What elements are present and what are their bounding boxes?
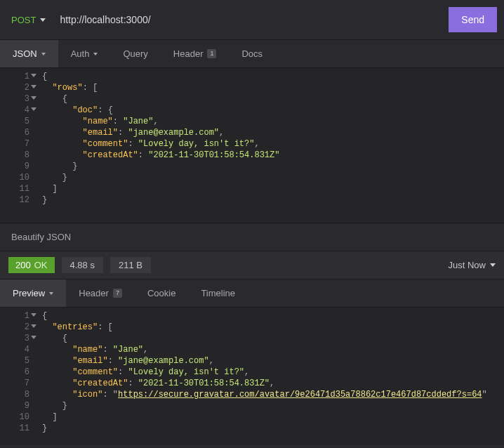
fold-toggle-icon[interactable] bbox=[31, 324, 37, 328]
response-time: 4.88 s bbox=[62, 257, 103, 273]
tab-cookie-label: Cookie bbox=[147, 288, 175, 298]
tab-body[interactable]: JSON bbox=[0, 40, 58, 67]
code-line: 1{ bbox=[0, 71, 504, 82]
code-line: 6 "email": "jane@example.com", bbox=[0, 127, 504, 138]
code-content: { bbox=[37, 93, 67, 105]
code-content: } bbox=[37, 161, 77, 172]
fold-toggle-icon[interactable] bbox=[31, 336, 37, 339]
tab-body-label: JSON bbox=[13, 48, 37, 59]
tab-docs[interactable]: Docs bbox=[229, 40, 275, 67]
line-number: 2 bbox=[0, 82, 37, 93]
fold-toggle-icon[interactable] bbox=[31, 74, 37, 77]
line-number: 3 bbox=[0, 333, 37, 344]
code-line: 3 { bbox=[0, 93, 504, 105]
code-line: 5 "name": "Jane", bbox=[0, 116, 504, 127]
code-content: "rows": [ bbox=[37, 82, 98, 93]
method-select[interactable]: POST bbox=[7, 12, 50, 28]
response-header-count-badge: 7 bbox=[113, 289, 122, 298]
status-code: 200 bbox=[15, 260, 31, 270]
line-number: 5 bbox=[0, 355, 37, 367]
code-content: "comment": "Lovely day, isn't it?", bbox=[37, 367, 249, 378]
history-label: Just Now bbox=[449, 260, 486, 270]
status-text: OK bbox=[34, 260, 48, 270]
tab-docs-label: Docs bbox=[241, 48, 263, 59]
method-label: POST bbox=[11, 15, 36, 25]
line-number: 4 bbox=[0, 105, 37, 116]
send-button[interactable]: Send bbox=[449, 7, 497, 32]
response-size: 211 B bbox=[110, 257, 151, 273]
tab-timeline-label: Timeline bbox=[201, 288, 235, 298]
code-content: } bbox=[37, 423, 47, 434]
code-line: 11 ] bbox=[0, 183, 504, 195]
line-number: 7 bbox=[0, 138, 37, 150]
line-number: 9 bbox=[0, 400, 37, 411]
code-line: 4 "doc": { bbox=[0, 105, 504, 116]
code-line: 3 { bbox=[0, 333, 504, 344]
status-code-pill: 200 OK bbox=[8, 257, 55, 273]
tab-header[interactable]: Header 1 bbox=[161, 40, 230, 67]
code-line: 11} bbox=[0, 423, 504, 434]
code-line: 6 "comment": "Lovely day, isn't it?", bbox=[0, 367, 504, 378]
header-count-badge: 1 bbox=[207, 49, 216, 58]
caret-down-icon bbox=[490, 263, 496, 267]
line-number: 5 bbox=[0, 116, 37, 127]
response-body-viewer[interactable]: 1{2 "entries": [3 {4 "name": "Jane",5 "e… bbox=[0, 308, 504, 444]
code-content: ] bbox=[37, 411, 58, 423]
code-content: ] bbox=[37, 183, 58, 195]
tab-query[interactable]: Query bbox=[110, 40, 160, 67]
code-line: 8 "icon": "https://secure.gravatar.com/a… bbox=[0, 389, 504, 400]
request-body-editor[interactable]: 1{2 "rows": [3 {4 "doc": {5 "name": "Jan… bbox=[0, 68, 504, 223]
tab-response-header[interactable]: Header 7 bbox=[66, 279, 135, 307]
caret-down-icon bbox=[41, 53, 46, 55]
line-number: 11 bbox=[0, 423, 37, 434]
code-line: 5 "email": "jane@example.com", bbox=[0, 355, 504, 367]
line-number: 1 bbox=[0, 310, 37, 322]
code-line: 2 "rows": [ bbox=[0, 82, 504, 93]
history-dropdown[interactable]: Just Now bbox=[449, 260, 496, 270]
tab-query-label: Query bbox=[123, 48, 147, 59]
code-content: "createdAt": "2021-11-30T01:58:54.831Z" bbox=[37, 150, 279, 161]
url-input[interactable] bbox=[57, 10, 442, 29]
code-line: 10 ] bbox=[0, 411, 504, 423]
code-line: 8 "createdAt": "2021-11-30T01:58:54.831Z… bbox=[0, 150, 504, 161]
line-number: 4 bbox=[0, 344, 37, 355]
url-bar: POST Send bbox=[0, 0, 504, 40]
code-line: 1{ bbox=[0, 310, 504, 322]
code-content: } bbox=[37, 172, 67, 183]
code-line: 9 } bbox=[0, 400, 504, 411]
line-number: 9 bbox=[0, 161, 37, 172]
line-number: 6 bbox=[0, 367, 37, 378]
code-line: 10 } bbox=[0, 172, 504, 183]
caret-down-icon bbox=[40, 18, 46, 22]
code-content: "entries": [ bbox=[37, 322, 113, 333]
code-content: "icon": "https://secure.gravatar.com/ava… bbox=[37, 389, 487, 400]
fold-toggle-icon[interactable] bbox=[31, 96, 37, 100]
code-line: 7 "createdAt": "2021-11-30T01:58:54.831Z… bbox=[0, 378, 504, 389]
code-line: 4 "name": "Jane", bbox=[0, 344, 504, 355]
tab-auth-label: Auth bbox=[71, 48, 90, 59]
tab-cookie[interactable]: Cookie bbox=[135, 279, 188, 307]
fold-toggle-icon[interactable] bbox=[31, 107, 37, 111]
code-content: "email": "jane@example.com", bbox=[37, 127, 224, 138]
tab-auth[interactable]: Auth bbox=[58, 40, 111, 67]
code-content: { bbox=[37, 310, 47, 322]
line-number: 12 bbox=[0, 195, 37, 206]
code-content: "email": "jane@example.com", bbox=[37, 355, 214, 367]
tab-preview[interactable]: Preview bbox=[0, 279, 66, 307]
beautify-json-button[interactable]: Beautify JSON bbox=[0, 223, 504, 251]
caret-down-icon bbox=[49, 292, 53, 295]
line-number: 3 bbox=[0, 93, 37, 105]
code-line: 9 } bbox=[0, 161, 504, 172]
caret-down-icon bbox=[93, 53, 98, 55]
code-content: } bbox=[37, 195, 47, 206]
code-line: 2 "entries": [ bbox=[0, 322, 504, 333]
tab-timeline[interactable]: Timeline bbox=[188, 279, 248, 307]
code-content: { bbox=[37, 333, 67, 344]
fold-toggle-icon[interactable] bbox=[31, 85, 37, 88]
fold-toggle-icon[interactable] bbox=[31, 313, 37, 317]
line-number: 1 bbox=[0, 71, 37, 82]
line-number: 2 bbox=[0, 322, 37, 333]
request-tabs: JSON Auth Query Header 1 Docs bbox=[0, 40, 504, 68]
code-content: } bbox=[37, 400, 67, 411]
code-line: 7 "comment": "Lovely day, isn't it?", bbox=[0, 138, 504, 150]
